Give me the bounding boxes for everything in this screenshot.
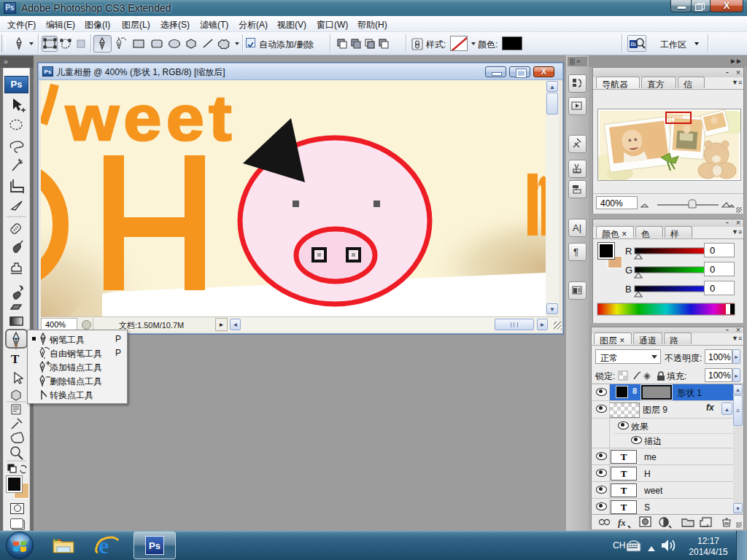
svg-text:fx: fx xyxy=(618,517,626,528)
svg-text:A|: A| xyxy=(573,222,581,233)
svg-text:me: me xyxy=(686,119,694,125)
svg-text:R: R xyxy=(625,246,632,257)
svg-text:B: B xyxy=(625,284,632,295)
svg-text:T: T xyxy=(11,352,20,366)
svg-text:¶: ¶ xyxy=(573,246,578,257)
svg-text:H: H xyxy=(671,119,676,125)
svg-text:weet: weet xyxy=(65,82,236,154)
svg-text:G: G xyxy=(625,265,632,276)
